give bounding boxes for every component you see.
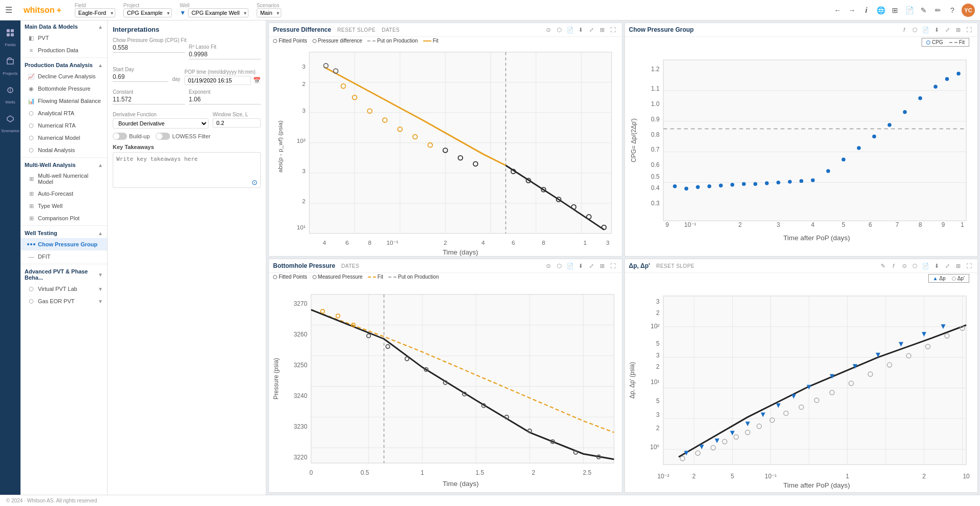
- well-testing-section[interactable]: Well Testing ▲: [20, 227, 107, 238]
- dp-action-1[interactable]: ⊙: [900, 261, 909, 270]
- help-icon[interactable]: ?: [947, 5, 957, 15]
- multi-well-section[interactable]: Multi-Well Analysis ▲: [20, 159, 107, 170]
- main-data-section[interactable]: Main Data & Models ▲: [20, 20, 107, 32]
- bh-action-2[interactable]: ⬡: [555, 261, 564, 270]
- lowess-toggle-label[interactable]: LOWESS Filter: [156, 133, 211, 140]
- dp-action-2[interactable]: ⬡: [910, 261, 920, 270]
- derivative-select[interactable]: Bourdet Derivative: [113, 118, 208, 129]
- nav-decline-curve[interactable]: 📈 Decline Curve Analysis: [20, 70, 107, 82]
- nav-nodal-analysis[interactable]: ⬡ Nodal Analysis: [20, 144, 107, 156]
- bh-action-1[interactable]: ⊙: [544, 261, 553, 270]
- pd-action-5[interactable]: ⤢: [587, 25, 596, 34]
- wells-sidebar-icon[interactable]: [2, 82, 18, 98]
- legend-pressure-difference[interactable]: Pressure difference: [312, 38, 363, 44]
- calendar-icon[interactable]: 📅: [253, 77, 261, 84]
- nav-type-well[interactable]: ⊞ Type Well: [20, 200, 107, 212]
- project-select[interactable]: CPG Example: [123, 8, 172, 17]
- export-icon[interactable]: 📄: [904, 5, 914, 15]
- legend-fit-orange[interactable]: Fit: [423, 38, 439, 44]
- dp-action-6[interactable]: ⊞: [953, 261, 963, 270]
- pd-action-1[interactable]: ⊙: [544, 25, 553, 34]
- nav-flowing-mb[interactable]: 📊 Flowing Material Balance: [20, 95, 107, 107]
- dp-action-3[interactable]: 📄: [921, 261, 930, 270]
- build-up-toggle-label[interactable]: Build-up: [113, 133, 150, 140]
- legend-delta-p[interactable]: ▲ Δp: [933, 276, 946, 281]
- cp-action-5[interactable]: ⊞: [953, 25, 963, 34]
- dp-action-7[interactable]: ⛶: [964, 261, 973, 270]
- pressure-diff-body: 3 2 3 10² 3 2 10¹ 4 6 8 10⁻¹ 2 4: [269, 45, 622, 256]
- pd-action-2[interactable]: ⬡: [555, 25, 564, 34]
- well-select[interactable]: CPG Example Well: [188, 8, 248, 17]
- legend-delta-p-prime[interactable]: Δp': [952, 276, 965, 281]
- scenarios-sidebar-icon[interactable]: [2, 111, 18, 127]
- info-icon[interactable]: i: [861, 5, 871, 15]
- dp-action-f[interactable]: f: [889, 261, 898, 270]
- nav-analytical-rta[interactable]: ⬡ Analytical RTA: [20, 107, 107, 119]
- production-analysis-section[interactable]: Production Data Analysis ▲: [20, 59, 107, 70]
- bottomhole-dates[interactable]: DATES: [341, 263, 359, 269]
- legend-measured-pressure[interactable]: Measured Pressure: [312, 274, 363, 280]
- svg-point-73: [788, 180, 791, 183]
- cp-action-6[interactable]: ⛶: [964, 25, 973, 34]
- legend-fit-dash[interactable]: Fit: [949, 39, 965, 45]
- pd-action-4[interactable]: ⬇: [576, 25, 586, 34]
- key-takeaways-input[interactable]: [113, 152, 261, 188]
- nav-virtual-pvt[interactable]: ⬡ Virtual PVT Lab ▼: [20, 283, 107, 295]
- pd-action-7[interactable]: ⛶: [609, 25, 618, 34]
- cp-action-f[interactable]: f: [900, 25, 909, 34]
- nav-chow-pressure[interactable]: Chow Pressure Group: [20, 238, 107, 250]
- pd-action-6[interactable]: ⊞: [598, 25, 607, 34]
- nav-gas-eor[interactable]: ⬡ Gas EOR PVT ▼: [20, 295, 107, 307]
- hamburger-menu[interactable]: ☰: [5, 5, 12, 15]
- delta-p-reset-slope[interactable]: RESET SLOPE: [656, 263, 695, 269]
- pd-action-3[interactable]: 📄: [566, 25, 575, 34]
- pressure-diff-reset-slope[interactable]: RESET SLOPE: [337, 27, 376, 33]
- cp-action-3[interactable]: ⬇: [932, 25, 941, 34]
- bh-action-4[interactable]: ⬇: [576, 261, 586, 270]
- legend-cpg[interactable]: CPG: [926, 39, 943, 45]
- legend-bh-fit[interactable]: Fit: [368, 274, 383, 280]
- bh-action-5[interactable]: ⤢: [587, 261, 596, 270]
- nav-production-data[interactable]: ≡ Production Data: [20, 44, 107, 56]
- legend-fitted-points[interactable]: Fitted Points: [273, 38, 307, 44]
- dp-action-5[interactable]: ⤢: [943, 261, 952, 270]
- pressure-diff-dates[interactable]: DATES: [382, 27, 400, 33]
- nav-pvt[interactable]: ◧ PVT: [20, 32, 107, 44]
- legend-bh-fitted[interactable]: Fitted Points: [273, 274, 307, 280]
- nav-fwd-icon[interactable]: →: [847, 5, 857, 15]
- field-select[interactable]: Eagle-Ford: [75, 8, 115, 17]
- nav-multi-well-numerical[interactable]: ⊞ Multi-well Numerical Model: [20, 170, 107, 187]
- build-up-toggle[interactable]: [113, 133, 127, 140]
- nav-back-icon[interactable]: ←: [832, 5, 843, 15]
- takeaways-submit-icon[interactable]: ⊙: [252, 178, 258, 186]
- cp-action-4[interactable]: ⤢: [943, 25, 952, 34]
- fields-sidebar-icon[interactable]: [2, 25, 18, 41]
- nav-bottomhole[interactable]: ◉ Bottomhole Pressure: [20, 82, 107, 95]
- edit-icon[interactable]: ✏: [933, 5, 943, 15]
- scenarios-select[interactable]: Main: [257, 8, 281, 17]
- bh-action-7[interactable]: ⛶: [609, 261, 618, 270]
- window-size-input[interactable]: [213, 118, 261, 128]
- grid-icon[interactable]: ⊞: [890, 5, 900, 15]
- user-avatar[interactable]: YC: [962, 4, 975, 17]
- nav-numerical-model[interactable]: ⬡ Numerical Model: [20, 132, 107, 144]
- dp-action-pencil[interactable]: ✎: [878, 261, 887, 270]
- legend-bh-put-on-prod[interactable]: Put on Production: [388, 274, 439, 280]
- r2-label: R² Lasso Fit: [189, 44, 261, 50]
- pop-time-input[interactable]: [184, 76, 251, 85]
- edit2-icon[interactable]: ✎: [919, 5, 929, 15]
- cp-action-2[interactable]: 📄: [921, 25, 930, 34]
- nav-numerical-rta[interactable]: ⬡ Numerical RTA: [20, 119, 107, 132]
- bh-action-6[interactable]: ⊞: [598, 261, 607, 270]
- legend-put-on-production[interactable]: Put on Production: [367, 38, 418, 44]
- lowess-toggle[interactable]: [156, 133, 170, 140]
- advanced-pvt-section[interactable]: Advanced PVT & Phase Beha... ▼: [20, 265, 107, 283]
- globe-icon[interactable]: 🌐: [875, 5, 886, 15]
- dp-action-4[interactable]: ⬇: [932, 261, 941, 270]
- cp-action-1[interactable]: ⬡: [910, 25, 920, 34]
- nav-comparison-plot[interactable]: ⊞ Comparison Plot: [20, 212, 107, 224]
- projects-sidebar-icon[interactable]: [2, 53, 18, 70]
- nav-dfit[interactable]: — DFIT: [20, 250, 107, 263]
- bh-action-3[interactable]: 📄: [566, 261, 575, 270]
- nav-auto-forecast[interactable]: ⊞ Auto-Forecast: [20, 187, 107, 200]
